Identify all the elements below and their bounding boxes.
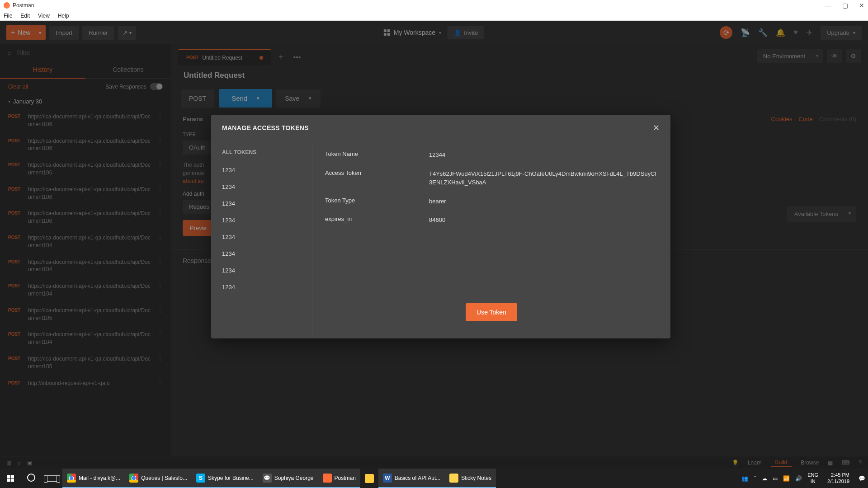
- heart-icon[interactable]: ♥: [793, 28, 798, 37]
- chevron-down-icon[interactable]: ▾: [304, 95, 311, 101]
- token-list-item[interactable]: 1234: [211, 212, 312, 229]
- taskbar-item-word[interactable]: WBasics of API Aut...: [378, 469, 445, 488]
- more-icon[interactable]: ⋮: [157, 355, 163, 371]
- more-icon[interactable]: ⋮: [157, 331, 163, 346]
- history-item[interactable]: POSThttps://ica-document-api-v1-qa.cloud…: [0, 254, 171, 278]
- more-icon[interactable]: ⋮: [157, 113, 163, 128]
- wrench-icon[interactable]: 🔧: [758, 28, 768, 38]
- send-button[interactable]: Send ▾: [219, 89, 272, 108]
- two-pane-icon[interactable]: ▦: [828, 460, 833, 466]
- method-selector[interactable]: POST: [181, 89, 214, 108]
- start-button[interactable]: [0, 469, 21, 488]
- more-icon[interactable]: ⋮: [157, 307, 163, 322]
- more-icon[interactable]: ⋮: [157, 161, 163, 177]
- more-icon[interactable]: ⋮: [157, 380, 163, 387]
- history-item[interactable]: POSThttps://ica-document-api-v1-qa.cloud…: [0, 278, 171, 302]
- onedrive-icon[interactable]: ☁: [762, 475, 767, 482]
- auth-type-selector[interactable]: OAuth: [183, 141, 212, 155]
- learn-link[interactable]: Learn: [748, 460, 762, 466]
- taskbar-item-sticky[interactable]: Sticky Notes: [445, 469, 496, 488]
- people-icon[interactable]: 👥: [741, 475, 748, 482]
- bootcamp-icon[interactable]: 💡: [732, 460, 739, 466]
- modal-close-button[interactable]: ✕: [653, 123, 660, 133]
- taskbar-item-skype[interactable]: SSkype for Busine...: [192, 469, 258, 488]
- token-list-item[interactable]: 1234: [211, 262, 312, 279]
- browse-link[interactable]: Browse: [801, 460, 819, 466]
- add-tab-button[interactable]: +: [274, 49, 288, 66]
- token-list-item[interactable]: 1234: [211, 279, 312, 296]
- find-icon[interactable]: ⌕: [18, 460, 21, 466]
- history-item[interactable]: POSThttps://ica-document-api-v1-qa.cloud…: [0, 302, 171, 327]
- history-item[interactable]: POSThttps://ica-document-api-v1-qa.cloud…: [0, 133, 171, 157]
- more-icon[interactable]: ⋮: [157, 210, 163, 225]
- settings-button[interactable]: ⚙: [846, 49, 861, 63]
- bootcamp-icon[interactable]: ✈: [806, 28, 812, 38]
- history-item[interactable]: POSThttps://ica-document-api-v1-qa.cloud…: [0, 351, 171, 375]
- clear-all-link[interactable]: Clear all: [8, 84, 28, 90]
- cortana-button[interactable]: [21, 474, 42, 483]
- environment-preview-button[interactable]: 👁: [827, 49, 842, 63]
- save-responses-toggle[interactable]: [150, 83, 163, 90]
- more-icon[interactable]: ⋮: [157, 258, 163, 274]
- satellite-icon[interactable]: 📡: [741, 28, 750, 38]
- runner-button[interactable]: Runner: [82, 26, 114, 40]
- taskbar-item-chat[interactable]: 💬Sophiya George: [258, 469, 318, 488]
- more-icon[interactable]: ⋮: [157, 282, 163, 298]
- menu-view[interactable]: View: [38, 13, 50, 19]
- clock[interactable]: 2:45 PM 2/11/2019: [824, 472, 853, 484]
- more-icon[interactable]: ⋮: [157, 186, 163, 201]
- history-item[interactable]: POSThttps://ica-document-api-v1-qa.cloud…: [0, 230, 171, 254]
- maximize-button[interactable]: ▢: [842, 2, 848, 9]
- help-icon[interactable]: ?: [859, 460, 862, 466]
- history-item[interactable]: POSThttps://ica-document-api-v1-qa.cloud…: [0, 181, 171, 206]
- token-list-item[interactable]: 1234: [211, 178, 312, 195]
- environment-selector[interactable]: No Environment: [757, 49, 823, 63]
- more-icon[interactable]: ⋮: [157, 137, 163, 153]
- taskbar-item-explorer[interactable]: [360, 469, 378, 488]
- chevron-down-icon[interactable]: ▾: [34, 30, 46, 35]
- bell-icon[interactable]: 🔔: [776, 28, 785, 38]
- taskbar-item-postman[interactable]: Postman: [318, 469, 360, 488]
- comments-link[interactable]: Comments (0): [819, 116, 856, 122]
- cookies-link[interactable]: Cookies: [771, 116, 793, 122]
- use-token-button[interactable]: Use Token: [466, 303, 517, 321]
- menu-edit[interactable]: Edit: [20, 13, 30, 19]
- taskbar-item-chrome2[interactable]: Queues | Salesfo...: [125, 469, 192, 488]
- tray-chevron-icon[interactable]: ˄: [754, 475, 756, 482]
- close-button[interactable]: ✕: [859, 2, 864, 9]
- console-icon[interactable]: ▣: [27, 460, 32, 466]
- minimize-button[interactable]: —: [825, 2, 831, 9]
- more-icon[interactable]: ⋮: [157, 234, 163, 249]
- token-list-item[interactable]: 1234: [211, 162, 312, 178]
- volume-icon[interactable]: 🔊: [795, 475, 802, 482]
- preview-request-button[interactable]: Previe: [183, 220, 214, 236]
- task-view-button[interactable]: [42, 469, 62, 488]
- token-list-item[interactable]: 1234: [211, 195, 312, 212]
- tab-options-button[interactable]: •••: [290, 50, 303, 65]
- add-auth-selector[interactable]: Reques: [183, 200, 216, 214]
- open-new-button[interactable]: ↗ ▾: [118, 26, 136, 40]
- save-button[interactable]: Save ▾: [276, 89, 321, 108]
- tab-history[interactable]: History: [0, 61, 85, 79]
- keyboard-icon[interactable]: ⌨: [842, 460, 849, 466]
- notification-icon[interactable]: 💬: [859, 475, 865, 482]
- tab-collections[interactable]: Collections: [85, 61, 171, 79]
- history-item[interactable]: POSThttps://ica-document-api-v1-qa.cloud…: [0, 326, 171, 351]
- history-date-group[interactable]: ▾ January 30: [0, 94, 171, 108]
- filter-input[interactable]: [16, 49, 164, 56]
- wifi-icon[interactable]: 📶: [783, 475, 790, 482]
- sidebar-toggle-icon[interactable]: ▥: [6, 460, 11, 466]
- taskbar-item-chrome1[interactable]: Mail - divya.k@...: [62, 469, 125, 488]
- token-list-item[interactable]: 1234: [211, 229, 312, 245]
- history-item[interactable]: POSThttps://ica-document-api-v1-qa.cloud…: [0, 108, 171, 133]
- workspace-selector[interactable]: My Workspace ▾: [384, 29, 441, 36]
- history-item[interactable]: POSThttps://ica-document-api-v1-qa.cloud…: [0, 157, 171, 181]
- menu-help[interactable]: Help: [58, 13, 69, 19]
- sync-button[interactable]: ⟳: [720, 26, 732, 39]
- code-link[interactable]: Code: [799, 116, 813, 122]
- available-tokens-selector[interactable]: Available Tokens: [787, 206, 856, 222]
- upgrade-button[interactable]: Upgrade ▾: [821, 26, 862, 40]
- params-tab[interactable]: Params: [183, 116, 203, 122]
- new-button[interactable]: + New ▾: [6, 25, 46, 40]
- chevron-down-icon[interactable]: ▾: [252, 95, 259, 101]
